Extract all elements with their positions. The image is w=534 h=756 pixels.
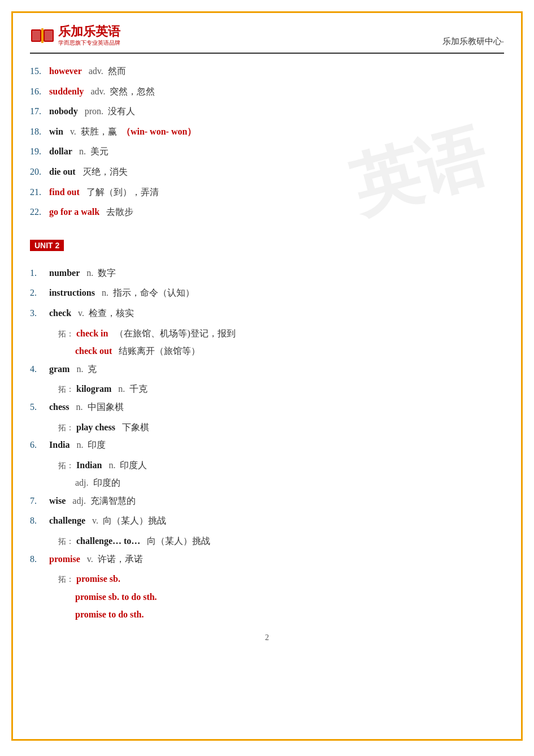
list-item: 22. go for a walk 去散步 — [30, 205, 504, 219]
list-item: 6. India n. 印度 — [30, 438, 504, 452]
list-item: 4. gram n. 克 — [30, 362, 504, 377]
svg-rect-2 — [32, 31, 40, 41]
logo-main-text: 乐加乐英语 — [58, 24, 120, 38]
list-item-extend: 拓： challenge… to… 向（某人）挑战 — [58, 534, 504, 548]
logo-sub-text: 学而思旗下专业英语品牌 — [58, 39, 120, 47]
list-item: 5. chess n. 中国象棋 — [30, 400, 504, 414]
list-item: 7. wise adj. 充满智慧的 — [30, 494, 504, 508]
list-item-extend: 拓： promise sb. — [58, 572, 504, 586]
list-item: 17. nobody pron. 没有人 — [30, 104, 504, 119]
logo-area: 乐加乐英语 学而思旗下专业英语品牌 — [30, 23, 120, 47]
header-right-text: 乐加乐教研中心· — [442, 36, 504, 47]
list-item: 16. suddenly adv. 突然，忽然 — [30, 84, 504, 99]
header: 乐加乐英语 学而思旗下专业英语品牌 乐加乐教研中心· — [30, 23, 504, 54]
list-item-extend: 拓： play chess 下象棋 — [58, 420, 504, 435]
list-item: 8. promise v. 许诺，承诺 — [30, 552, 504, 567]
list-item-extend: adj. 印度的 — [75, 476, 504, 490]
list-item: 8. challenge v. 向（某人）挑战 — [30, 513, 504, 528]
page-wrapper: 英语 乐加乐英语 学而思旗下专业英语品牌 — [0, 0, 534, 756]
unit2-list: 1. number n. 数字 2. instructions n. 指示，命令… — [30, 266, 504, 622]
list-item-extend: promise sb. to do sth. — [75, 590, 504, 604]
list-item: 2. instructions n. 指示，命令（认知） — [30, 286, 504, 300]
list-item-extend: 拓： check in （在旅馆、机场等)登记，报到 — [58, 326, 504, 341]
logo-icon — [30, 25, 55, 45]
svg-rect-4 — [41, 28, 44, 43]
list-item-extend: 拓： kilogram n. 千克 — [58, 382, 504, 396]
list-item: 15. however adv. 然而 — [30, 64, 504, 79]
unit2-section: UNIT 2 — [30, 231, 504, 258]
list-item: 1. number n. 数字 — [30, 266, 504, 280]
list-item-extend: check out 结账离开（旅馆等） — [75, 344, 504, 358]
list-item-extend: 拓： Indian n. 印度人 — [58, 458, 504, 473]
unit-badge: UNIT 2 — [30, 240, 64, 251]
page-number: 2 — [30, 633, 504, 642]
list-item: 19. dollar n. 美元 — [30, 144, 504, 159]
list-item: 20. die out 灭绝，消失 — [30, 165, 504, 179]
logo-text-block: 乐加乐英语 学而思旗下专业英语品牌 — [58, 23, 120, 47]
svg-rect-3 — [45, 31, 53, 41]
page-border: 英语 乐加乐英语 学而思旗下专业英语品牌 — [11, 11, 523, 741]
list-item: 21. find out 了解（到），弄清 — [30, 185, 504, 200]
list-item-extend: promise to do sth. — [75, 607, 504, 622]
unit1-list: 15. however adv. 然而 16. suddenly adv. 突然… — [30, 64, 504, 219]
list-item: 18. win v. 获胜，赢 （win- won- won） — [30, 124, 504, 139]
list-item: 3. check v. 检查，核实 — [30, 306, 504, 321]
